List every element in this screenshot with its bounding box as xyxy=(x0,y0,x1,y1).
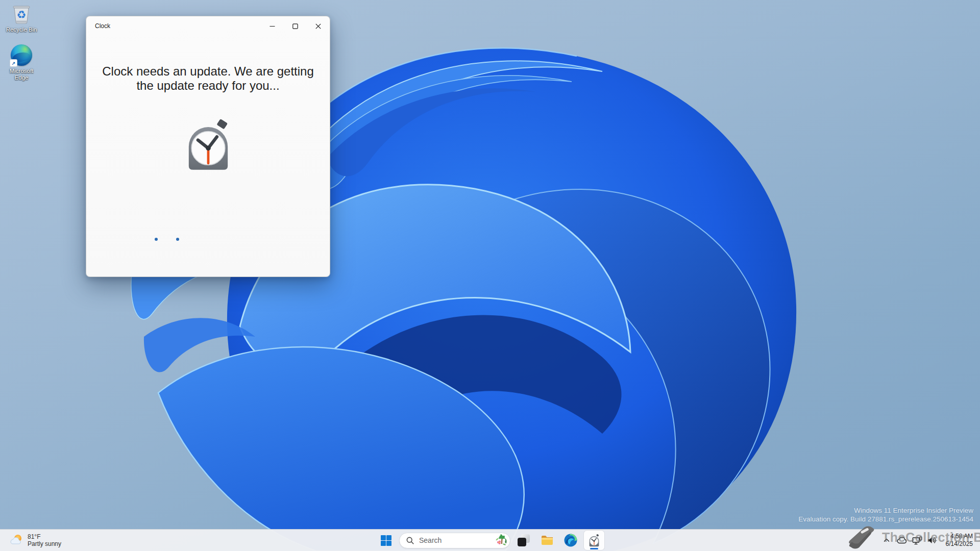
file-explorer-icon xyxy=(541,534,554,547)
edge-icon: ↗ xyxy=(11,44,32,66)
loading-dot xyxy=(176,238,179,241)
speaker-icon xyxy=(927,536,937,544)
network-tray-button[interactable] xyxy=(912,533,922,547)
taskbar-center-group: Search xyxy=(376,530,604,551)
watermark-line-2: Evaluation copy. Build 27881.rs_prerelea… xyxy=(798,515,973,523)
minimize-button[interactable] xyxy=(261,16,284,36)
volume-tray-button[interactable] xyxy=(927,533,938,547)
desktop-screen: ♻ Recycle Bin ↗ Microsoft Edge Windows 1… xyxy=(0,0,980,551)
partly-sunny-icon xyxy=(10,534,23,547)
tray-time: 4:58 AM xyxy=(946,533,973,540)
close-icon xyxy=(315,23,321,29)
widgets-weather-button[interactable]: 81°F Partly sunny xyxy=(5,530,66,551)
chevron-up-icon xyxy=(884,538,890,542)
close-button[interactable] xyxy=(307,16,330,36)
desktop-icon-recycle-bin[interactable]: ♻ Recycle Bin xyxy=(2,3,41,33)
window-titlebar[interactable]: Clock xyxy=(86,16,330,36)
clock-app-taskbar-button[interactable] xyxy=(584,531,604,550)
update-message-line-1: Clock needs an update. We are getting xyxy=(86,64,330,79)
update-message-line-2: the update ready for you... xyxy=(86,79,330,93)
desktop-icon-label: Microsoft Edge xyxy=(2,68,41,81)
window-title: Clock xyxy=(95,22,110,30)
cloud-icon xyxy=(897,536,907,544)
recycle-bin-icon: ♻ xyxy=(10,3,33,24)
recycle-arrows-icon: ♻ xyxy=(17,9,27,19)
alarm-clock-illustration xyxy=(181,117,235,171)
weather-condition: Partly sunny xyxy=(28,540,61,547)
ethernet-icon xyxy=(912,536,922,545)
update-message: Clock needs an update. We are getting th… xyxy=(86,64,330,93)
desktop-icon-list: ♻ Recycle Bin ↗ Microsoft Edge xyxy=(2,3,41,81)
taskbar-clock[interactable]: 4:58 AM 6/14/2025 xyxy=(946,533,973,548)
edge-taskbar-button[interactable] xyxy=(560,531,581,550)
window-controls xyxy=(261,16,330,36)
onedrive-tray-button[interactable] xyxy=(897,533,907,547)
system-tray: 4:58 AM 6/14/2025 xyxy=(881,530,973,551)
active-app-indicator xyxy=(590,548,598,549)
task-view-icon xyxy=(517,534,530,547)
desktop-icon-microsoft-edge[interactable]: ↗ Microsoft Edge xyxy=(2,44,41,81)
tray-date: 6/14/2025 xyxy=(946,540,973,548)
alarm-clock-icon xyxy=(587,534,601,547)
task-view-button[interactable] xyxy=(513,531,534,550)
minimize-icon xyxy=(270,23,275,29)
watermark-line-1: Windows 11 Enterprise Insider Preview xyxy=(798,506,973,515)
taskbar: 81°F Partly sunny Search xyxy=(0,529,980,551)
edge-icon xyxy=(564,534,577,547)
hidden-icons-button[interactable] xyxy=(881,533,892,547)
shortcut-arrow-icon: ↗ xyxy=(10,59,17,67)
desktop-icon-label: Recycle Bin xyxy=(6,27,37,33)
loading-dot xyxy=(155,238,158,241)
weather-texts: 81°F Partly sunny xyxy=(28,533,61,547)
clock-app-window: Clock Clock needs an update. We are gett… xyxy=(86,16,330,277)
start-button[interactable] xyxy=(376,531,396,550)
file-explorer-button[interactable] xyxy=(537,531,557,550)
search-placeholder: Search xyxy=(419,536,495,544)
weather-temperature: 81°F xyxy=(28,533,61,540)
search-icon xyxy=(406,537,414,544)
search-highlight-icon[interactable] xyxy=(495,534,508,547)
insider-build-watermark: Windows 11 Enterprise Insider Preview Ev… xyxy=(798,506,973,523)
maximize-icon xyxy=(292,23,298,29)
maximize-button[interactable] xyxy=(284,16,307,36)
search-box[interactable]: Search xyxy=(399,533,510,548)
windows-start-icon xyxy=(381,535,391,546)
